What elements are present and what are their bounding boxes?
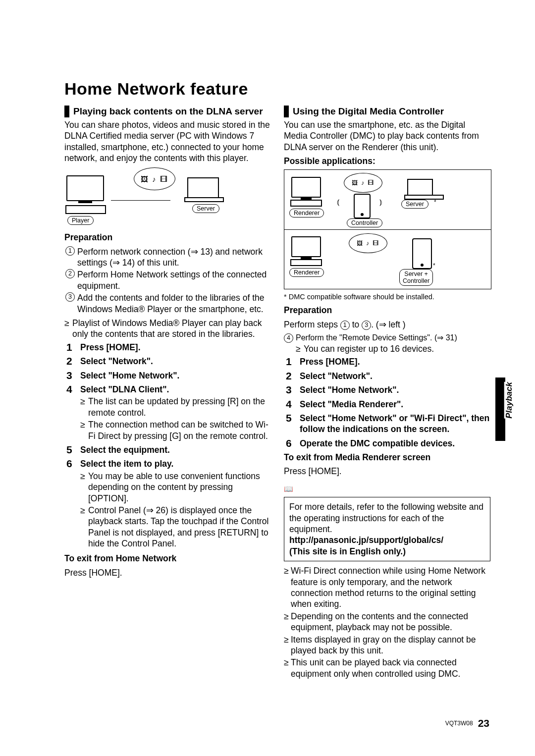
step-item: Select "Media Renderer".: [286, 399, 490, 410]
footnote-item: Depending on the contents and the connec…: [284, 611, 490, 633]
footnote-item: This unit can be played back via connect…: [284, 657, 490, 679]
server-label: Server: [192, 204, 219, 213]
server-label: Server: [401, 200, 428, 209]
right-steps: Press [HOME]. Select "Network". Select "…: [284, 356, 490, 449]
cable-line-icon: [111, 200, 170, 201]
left-diagram: Player 🖼 ♪ 🎞 Server: [64, 166, 271, 229]
server-controller-label: Server +Controller: [399, 269, 433, 286]
step-item: Select the item to play. You may be able…: [66, 458, 271, 549]
renderer-label: Renderer: [289, 209, 324, 217]
section-bar-icon: [64, 106, 69, 117]
phone-icon: [412, 238, 432, 269]
prep-heading: Preparation: [64, 232, 271, 243]
notebox-disclaimer: (This site is in English only.): [289, 546, 406, 556]
right-column: Using the Digital Media Controller You c…: [284, 106, 490, 680]
section-bar-icon: [284, 106, 289, 117]
step-item: Operate the DMC compatible devices.: [286, 438, 490, 449]
doc-code: VQT3W08: [445, 720, 473, 727]
media-icons: 🖼 ♪ 🎞: [134, 167, 175, 190]
media-icons: 🖼 ♪ 🎞: [344, 173, 382, 193]
left-exit-text: Press [HOME].: [64, 567, 271, 578]
laptop-icon: [407, 179, 433, 197]
right-exit-heading: To exit from Media Renderer screen: [284, 452, 490, 463]
bullet-item: The list can be updated by pressing [R] …: [80, 396, 271, 418]
prep-item: Perform network connection (⇒ 13) and ne…: [65, 246, 271, 269]
controller-label: Controller: [347, 218, 382, 227]
bullet-item: You may be able to use convenient functi…: [80, 471, 271, 504]
tv-icon: [291, 177, 321, 198]
bullet-item: You can register up to 16 devices.: [296, 343, 490, 354]
divider-line: [284, 229, 491, 230]
note-icon-row: 📖: [284, 483, 490, 494]
prep-step-4: 4 Perform the "Remote Device Settings". …: [284, 333, 490, 354]
step-item: Select "Home Network" or "Wi-Fi Direct",…: [286, 413, 490, 435]
step-item: Select "Home Network".: [286, 384, 490, 395]
step-item: Press [HOME].: [66, 342, 271, 353]
player-icon: [290, 200, 322, 207]
step-item: Press [HOME].: [286, 356, 490, 367]
left-section-head: Playing back contents on the DLNA server: [64, 106, 271, 117]
footnote-item: Wi-Fi Direct connection while using Home…: [284, 565, 490, 610]
page-number: 23: [478, 717, 489, 729]
asterisk: *: [433, 262, 435, 269]
step-item: Select "Network".: [286, 371, 490, 381]
right-prep-intro: Perform steps 1 to 3. (⇒ left ): [284, 319, 490, 330]
left-exit-heading: To exit from Home Network: [64, 553, 271, 564]
prep-item: Perform Home Network settings of the con…: [65, 269, 271, 291]
book-icon: 📖: [284, 485, 293, 493]
left-prep-list: Perform network connection (⇒ 13) and ne…: [64, 246, 271, 315]
left-section-title: Playing back contents on the DLNA server: [73, 106, 263, 117]
renderer-label: Renderer: [289, 268, 324, 277]
page-content: Home Network feature Playing back conten…: [0, 0, 535, 680]
step-item: Select the equipment.: [66, 444, 271, 455]
right-exit-text: Press [HOME].: [284, 466, 490, 477]
notebox-url: http://panasonic.jp/support/global/cs/: [289, 535, 443, 545]
tv-icon: [66, 175, 104, 201]
step6-bullets: You may be able to use convenient functi…: [80, 471, 271, 549]
right-intro: You can use the smartphone, etc. as the …: [284, 119, 490, 153]
phone-icon: [354, 194, 371, 218]
left-steps: Press [HOME]. Select "Network". Select "…: [64, 342, 271, 549]
left-intro: You can share photos, videos and music s…: [64, 119, 271, 164]
tv-icon: [291, 236, 321, 257]
info-notebox: For more details, refer to the following…: [284, 497, 490, 561]
step-item: Select "Network".: [66, 356, 271, 367]
laptop-icon: [187, 177, 219, 199]
wifi-icon: ⦆: [379, 198, 382, 207]
footnote-item: Items displayed in gray on the display c…: [284, 634, 490, 656]
player-label: Player: [67, 216, 94, 225]
player-icon: [290, 259, 322, 266]
page-title: Home Network feature: [64, 79, 490, 99]
bullet-item: Control Panel (⇒ 26) is displayed once t…: [80, 505, 271, 549]
footnotes: Wi-Fi Direct connection while using Home…: [284, 565, 490, 679]
right-section-head: Using the Digital Media Controller: [284, 106, 490, 117]
left-column: Playing back contents on the DLNA server…: [64, 106, 271, 680]
notebox-text: For more details, refer to the following…: [289, 502, 483, 534]
prep-item: Add the contents and folder to the libra…: [65, 292, 271, 315]
bullet-item: The connection method can be switched to…: [80, 419, 271, 441]
wifi-icon: ⦅: [337, 198, 339, 207]
player-icon: [65, 205, 106, 214]
step-item: Select "Home Network".: [66, 370, 271, 381]
media-icons: 🖼 ♪ 🎞: [349, 233, 387, 253]
page-footer: VQT3W0823: [445, 717, 489, 729]
prep-note-list: Playlist of Windows Media® Player can pl…: [64, 318, 271, 340]
prep-note: Playlist of Windows Media® Player can pl…: [64, 318, 271, 340]
diagram-footnote: * DMC compatible software should be inst…: [284, 292, 490, 302]
step-item: Select "DLNA Client". The list can be up…: [66, 384, 271, 441]
right-section-title: Using the Digital Media Controller: [293, 106, 444, 117]
right-diagram: Renderer 🖼 ♪ 🎞 ⦅ ⦆ Controller Server * R…: [284, 169, 491, 289]
right-prep-heading: Preparation: [284, 305, 490, 316]
step4-bullets: The list can be updated by pressing [R] …: [80, 396, 271, 441]
asterisk: *: [434, 199, 436, 206]
apps-heading: Possible applications:: [284, 156, 490, 166]
